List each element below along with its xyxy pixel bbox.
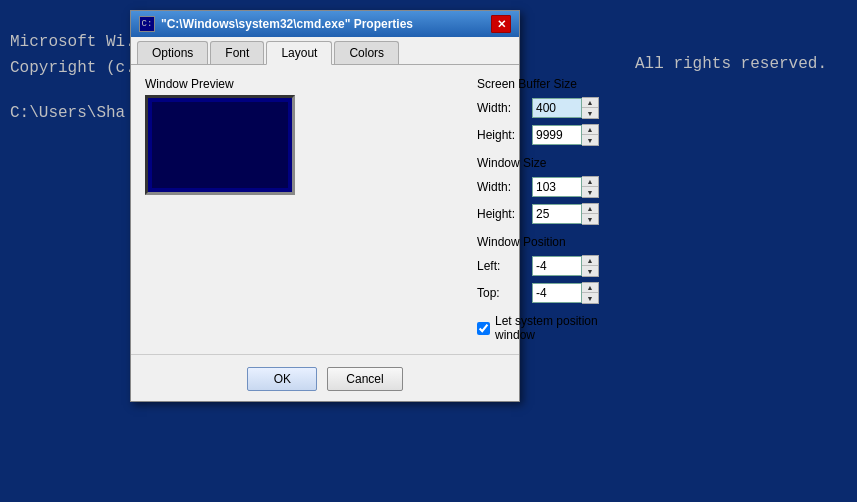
window-width-row: Width: ▲ ▼: [477, 176, 599, 198]
position-top-row: Top: ▲ ▼: [477, 282, 599, 304]
buffer-width-label: Width:: [477, 101, 532, 115]
buffer-height-spinner-btns: ▲ ▼: [582, 124, 599, 146]
window-preview-box: [145, 95, 295, 195]
dialog-content: Window Preview Screen Buffer Size Width:: [131, 65, 519, 354]
window-height-label: Height:: [477, 207, 532, 221]
position-left-label: Left:: [477, 259, 532, 273]
tabs-bar: Options Font Layout Colors: [131, 37, 519, 65]
window-width-up[interactable]: ▲: [582, 177, 598, 187]
buffer-width-input[interactable]: [532, 98, 582, 118]
buffer-height-up[interactable]: ▲: [582, 125, 598, 135]
buffer-width-down[interactable]: ▼: [582, 108, 598, 118]
tab-layout[interactable]: Layout: [266, 41, 332, 65]
cancel-button[interactable]: Cancel: [327, 367, 402, 391]
buffer-height-row: Height: ▲ ▼: [477, 124, 599, 146]
position-top-down[interactable]: ▼: [582, 293, 598, 303]
position-left-spinner-btns: ▲ ▼: [582, 255, 599, 277]
system-position-label: Let system position window: [495, 314, 599, 342]
titlebar-left: C: "C:\Windows\system32\cmd.exe" Propert…: [139, 16, 413, 32]
buffer-height-spinner: ▲ ▼: [532, 124, 599, 146]
buffer-width-spinner-btns: ▲ ▼: [582, 97, 599, 119]
dialog-footer: OK Cancel: [131, 354, 519, 401]
buffer-width-spinner: ▲ ▼: [532, 97, 599, 119]
right-settings: Screen Buffer Size Width: ▲ ▼ Height:: [477, 77, 599, 342]
window-width-spinner: ▲ ▼: [532, 176, 599, 198]
window-size-label: Window Size: [477, 156, 599, 170]
buffer-width-up[interactable]: ▲: [582, 98, 598, 108]
tab-font[interactable]: Font: [210, 41, 264, 64]
preview-label: Window Preview: [145, 77, 295, 91]
window-height-up[interactable]: ▲: [582, 204, 598, 214]
dialog-title: "C:\Windows\system32\cmd.exe" Properties: [161, 17, 413, 31]
buffer-height-label: Height:: [477, 128, 532, 142]
system-position-checkbox[interactable]: [477, 322, 490, 335]
buffer-height-down[interactable]: ▼: [582, 135, 598, 145]
system-position-row: Let system position window: [477, 314, 599, 342]
position-left-row: Left: ▲ ▼: [477, 255, 599, 277]
buffer-width-row: Width: ▲ ▼: [477, 97, 599, 119]
preview-inner: [152, 102, 288, 188]
position-top-label: Top:: [477, 286, 532, 300]
dialog-titlebar: C: "C:\Windows\system32\cmd.exe" Propert…: [131, 11, 519, 37]
window-width-label: Width:: [477, 180, 532, 194]
cmd-icon: C:: [139, 16, 155, 32]
rights-reserved-text: All rights reserved.: [635, 55, 827, 73]
window-width-down[interactable]: ▼: [582, 187, 598, 197]
window-height-down[interactable]: ▼: [582, 214, 598, 224]
content-layout: Window Preview Screen Buffer Size Width:: [145, 77, 505, 342]
properties-dialog: C: "C:\Windows\system32\cmd.exe" Propert…: [130, 10, 520, 402]
preview-section: Window Preview: [145, 77, 295, 342]
screen-buffer-label: Screen Buffer Size: [477, 77, 599, 91]
window-height-spinner: ▲ ▼: [532, 203, 599, 225]
buffer-height-input[interactable]: [532, 125, 582, 145]
dialog-overlay: C: "C:\Windows\system32\cmd.exe" Propert…: [0, 0, 540, 502]
position-top-up[interactable]: ▲: [582, 283, 598, 293]
position-left-spinner: ▲ ▼: [532, 255, 599, 277]
position-left-input[interactable]: [532, 256, 582, 276]
position-left-down[interactable]: ▼: [582, 266, 598, 276]
position-top-input[interactable]: [532, 283, 582, 303]
tab-options[interactable]: Options: [137, 41, 208, 64]
window-height-row: Height: ▲ ▼: [477, 203, 599, 225]
close-button[interactable]: ✕: [491, 15, 511, 33]
position-top-spinner-btns: ▲ ▼: [582, 282, 599, 304]
window-height-spinner-btns: ▲ ▼: [582, 203, 599, 225]
window-height-input[interactable]: [532, 204, 582, 224]
window-position-label: Window Position: [477, 235, 599, 249]
ok-button[interactable]: OK: [247, 367, 317, 391]
window-width-spinner-btns: ▲ ▼: [582, 176, 599, 198]
window-width-input[interactable]: [532, 177, 582, 197]
tab-colors[interactable]: Colors: [334, 41, 399, 64]
position-left-up[interactable]: ▲: [582, 256, 598, 266]
position-top-spinner: ▲ ▼: [532, 282, 599, 304]
